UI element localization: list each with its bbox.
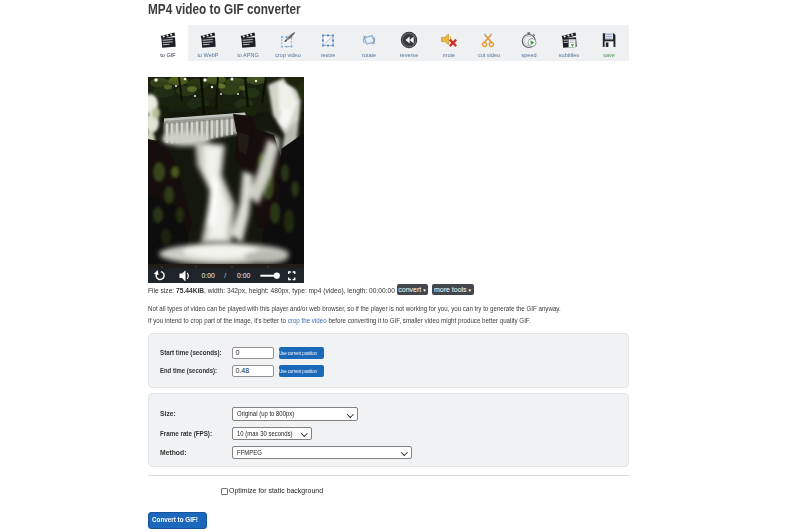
svg-text:0:00: 0:00: [237, 272, 250, 279]
svg-text:0:00: 0:00: [202, 272, 215, 279]
svg-text:/: /: [224, 272, 226, 279]
